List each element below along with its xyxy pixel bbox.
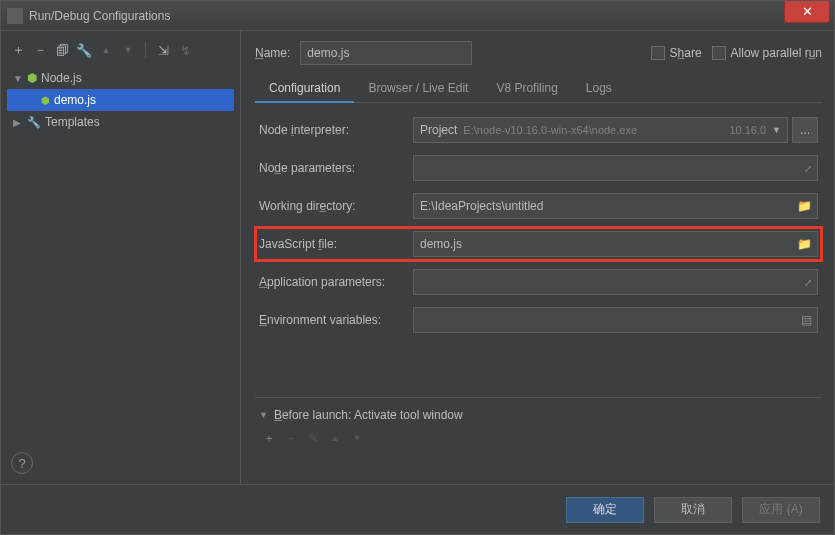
tree-label: demo.js (54, 93, 96, 107)
tabs: Configuration Browser / Live Edit V8 Pro… (255, 75, 822, 103)
label-env-vars: Environment variables: (259, 313, 413, 327)
titlebar: Run/Debug Configurations ✕ (1, 1, 834, 31)
interp-version: 10.16.0 (729, 124, 766, 136)
apply-button[interactable]: 应用 (A) (742, 497, 820, 523)
share-checkbox[interactable] (651, 46, 665, 60)
share-checkbox-wrap[interactable]: Share (651, 46, 702, 60)
tab-configuration[interactable]: Configuration (255, 75, 354, 103)
config-form: Node interpreter: Project E:\node-v10.16… (255, 103, 822, 398)
bl-add-button[interactable]: ＋ (261, 430, 277, 446)
name-label: Name: (255, 46, 290, 60)
before-launch-toolbar: ＋ － ✎ ▲ ▼ (259, 430, 818, 446)
tree-node-templates[interactable]: ▶ 🔧 Templates (7, 111, 234, 133)
toolbar-sep (145, 42, 146, 58)
app-icon (7, 8, 23, 24)
parallel-checkbox-wrap[interactable]: Allow parallel run (712, 46, 822, 60)
caret-right-icon: ▶ (13, 117, 23, 128)
label-working-dir: Working directory: (259, 199, 413, 213)
bl-edit-button[interactable]: ✎ (305, 430, 321, 446)
caret-down-icon: ▼ (259, 410, 268, 420)
up-button[interactable]: ▲ (97, 41, 115, 59)
input-working-dir[interactable] (413, 193, 818, 219)
row-node-interpreter: Node interpreter: Project E:\node-v10.16… (259, 117, 818, 143)
interpreter-select[interactable]: Project E:\node-v10.16.0-win-x64\node.ex… (413, 117, 788, 143)
extra-button-2[interactable]: ↯ (176, 41, 194, 59)
cancel-button[interactable]: 取消 (654, 497, 732, 523)
window-title: Run/Debug Configurations (29, 9, 784, 23)
close-icon: ✕ (802, 4, 813, 19)
before-launch-section: ▼ Before launch: Activate tool window ＋ … (255, 398, 822, 456)
row-node-params: Node parameters: ⤢ (259, 155, 818, 181)
tree-label: Node.js (41, 71, 82, 85)
share-label: Share (670, 46, 702, 60)
label-node-interpreter: Node interpreter: (259, 123, 413, 137)
before-launch-header[interactable]: ▼ Before launch: Activate tool window (259, 408, 818, 422)
row-env-vars: Environment variables: ▤ (259, 307, 818, 333)
ok-button[interactable]: 确定 (566, 497, 644, 523)
bl-down-button[interactable]: ▼ (349, 430, 365, 446)
expand-icon[interactable]: ⤢ (804, 277, 812, 288)
input-app-params[interactable] (413, 269, 818, 295)
tree-node-demo[interactable]: ⬢ demo.js (7, 89, 234, 111)
parallel-checkbox[interactable] (712, 46, 726, 60)
chevron-down-icon: ▼ (772, 125, 781, 135)
detail-panel: Name: Share Allow parallel run Configura… (241, 31, 834, 484)
footer: 确定 取消 应用 (A) (1, 484, 834, 534)
folder-icon[interactable]: 📁 (797, 199, 812, 213)
tab-browser[interactable]: Browser / Live Edit (354, 75, 482, 103)
tab-v8[interactable]: V8 Profiling (482, 75, 571, 103)
down-button[interactable]: ▼ (119, 41, 137, 59)
list-icon[interactable]: ▤ (801, 313, 812, 327)
close-button[interactable]: ✕ (784, 1, 830, 23)
caret-down-icon: ▼ (13, 73, 23, 84)
input-js-file[interactable] (413, 231, 818, 257)
wrench-icon: 🔧 (27, 116, 41, 129)
config-tree: ▼ ⬢ Node.js ⬢ demo.js ▶ 🔧 Templates (7, 67, 234, 444)
row-app-params: Application parameters: ⤢ (259, 269, 818, 295)
row-js-file: JavaScript file: 📁 (259, 231, 818, 257)
tab-logs[interactable]: Logs (572, 75, 626, 103)
label-app-params: Application parameters: (259, 275, 413, 289)
tree-node-nodejs[interactable]: ▼ ⬢ Node.js (7, 67, 234, 89)
interp-project: Project (420, 123, 457, 137)
expand-icon[interactable]: ⤢ (804, 163, 812, 174)
interpreter-browse-button[interactable]: ... (792, 117, 818, 143)
nodejs-icon: ⬢ (27, 71, 37, 85)
help-button[interactable]: ? (11, 452, 33, 474)
row-working-dir: Working directory: 📁 (259, 193, 818, 219)
sidebar: ＋ － 🗐 🔧 ▲ ▼ ⇲ ↯ ▼ ⬢ Node.js ⬢ demo.js ▶ … (1, 31, 241, 484)
add-button[interactable]: ＋ (9, 41, 27, 59)
main-area: ＋ － 🗐 🔧 ▲ ▼ ⇲ ↯ ▼ ⬢ Node.js ⬢ demo.js ▶ … (1, 31, 834, 484)
field-node-interpreter: Project E:\node-v10.16.0-win-x64\node.ex… (413, 117, 818, 143)
label-node-params: Node parameters: (259, 161, 413, 175)
copy-button[interactable]: 🗐 (53, 41, 71, 59)
folder-icon[interactable]: 📁 (797, 237, 812, 251)
nodejs-icon: ⬢ (41, 95, 50, 106)
extra-button-1[interactable]: ⇲ (154, 41, 172, 59)
sidebar-toolbar: ＋ － 🗐 🔧 ▲ ▼ ⇲ ↯ (7, 37, 234, 67)
input-node-params[interactable] (413, 155, 818, 181)
name-row: Name: Share Allow parallel run (255, 41, 822, 65)
settings-button[interactable]: 🔧 (75, 41, 93, 59)
input-env-vars[interactable] (413, 307, 818, 333)
label-js-file: JavaScript file: (259, 237, 413, 251)
interp-path: E:\node-v10.16.0-win-x64\node.exe (463, 124, 723, 136)
bl-remove-button[interactable]: － (283, 430, 299, 446)
remove-button[interactable]: － (31, 41, 49, 59)
tree-label: Templates (45, 115, 100, 129)
name-input[interactable] (300, 41, 472, 65)
parallel-label: Allow parallel run (731, 46, 822, 60)
bl-up-button[interactable]: ▲ (327, 430, 343, 446)
